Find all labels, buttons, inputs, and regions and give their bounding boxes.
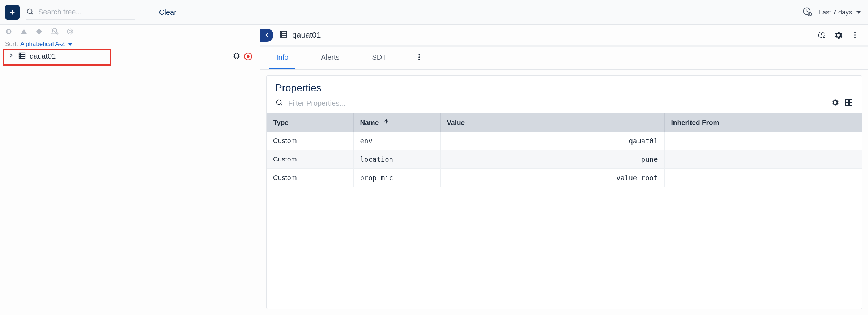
cell-value: qauat01 [440, 132, 664, 150]
col-header-inherited[interactable]: Inherited From [664, 113, 862, 132]
cell-type: Custom [267, 169, 353, 187]
svg-rect-4 [8, 30, 10, 33]
sort-asc-icon [383, 119, 390, 126]
cell-name: location [353, 150, 440, 169]
svg-point-31 [277, 100, 281, 105]
tree-sidebar: Sort: Alphabetical A-Z qauat01 [0, 25, 260, 315]
svg-rect-35 [849, 103, 852, 106]
svg-point-21 [281, 32, 282, 33]
chevron-right-icon[interactable] [8, 52, 14, 60]
svg-point-14 [20, 57, 21, 58]
more-vertical-icon[interactable] [851, 31, 859, 39]
cell-inherited [664, 132, 862, 150]
time-range-selector[interactable]: Last 7 days [819, 9, 861, 16]
sort-label: Sort: [5, 41, 18, 48]
properties-panel: Properties [266, 75, 862, 309]
cell-name: env [353, 132, 440, 150]
col-header-name[interactable]: Name [353, 113, 440, 132]
svg-point-12 [20, 53, 21, 54]
detail-title-text: qauat01 [292, 30, 321, 40]
svg-rect-33 [849, 99, 852, 102]
tab-row: Info Alerts SDT [260, 47, 868, 70]
resource-tree: qauat01 ? [0, 48, 260, 65]
add-time-icon[interactable] [817, 31, 826, 39]
tree-item-qauat01[interactable]: qauat01 ? [4, 49, 256, 63]
svg-point-27 [854, 37, 856, 38]
add-button[interactable] [5, 5, 20, 20]
detail-title: qauat01 [279, 30, 321, 41]
cell-type: Custom [267, 132, 353, 150]
svg-point-30 [419, 59, 420, 60]
cell-value: value_root [440, 169, 664, 187]
table-row[interactable]: Custom location pune [267, 150, 862, 169]
cell-inherited [664, 150, 862, 169]
group-icon [18, 51, 26, 61]
properties-table: Type Name Value Inherited From Custom [267, 113, 862, 187]
alert-badge-icon[interactable] [244, 52, 252, 60]
col-header-value[interactable]: Value [440, 113, 664, 132]
tab-alerts[interactable]: Alerts [314, 47, 346, 69]
back-button[interactable] [260, 29, 273, 42]
sort-dropdown[interactable]: Alphabetical A-Z [20, 41, 72, 48]
svg-text:?: ? [236, 54, 237, 57]
svg-rect-32 [846, 99, 848, 102]
group-icon [279, 30, 288, 41]
sort-row: Sort: Alphabetical A-Z [0, 38, 260, 48]
filter-sdt-icon[interactable] [5, 28, 12, 35]
svg-point-8 [69, 30, 72, 33]
svg-rect-5 [24, 31, 24, 33]
filter-diamond-icon[interactable] [35, 28, 43, 35]
svg-point-29 [419, 56, 420, 58]
properties-settings-icon[interactable] [831, 98, 839, 108]
clear-search-button[interactable]: Clear [159, 8, 176, 17]
caret-down-icon [856, 11, 861, 14]
tab-info[interactable]: Info [269, 47, 295, 69]
cell-type: Custom [267, 150, 353, 169]
svg-point-26 [854, 34, 856, 36]
col-header-name-label: Name [360, 119, 379, 126]
time-range-label: Last 7 days [819, 9, 852, 16]
properties-layout-icon[interactable] [844, 98, 853, 108]
cell-inherited [664, 169, 862, 187]
filter-warning-icon[interactable] [20, 28, 27, 35]
filter-bell-off-icon[interactable] [51, 28, 59, 35]
properties-title: Properties [267, 76, 862, 97]
search-tree-wrap [26, 5, 135, 20]
svg-point-23 [281, 36, 282, 37]
svg-point-13 [20, 55, 21, 56]
properties-filter-row [267, 97, 862, 113]
filter-icon-row [0, 25, 260, 38]
filter-target-icon[interactable] [67, 28, 74, 35]
svg-rect-6 [24, 33, 24, 33]
svg-point-0 [27, 9, 32, 13]
search-icon [275, 98, 283, 108]
detail-panel: qauat01 Info Alerts SDT [260, 25, 868, 315]
cell-value: pune [440, 150, 664, 169]
tabs-more-icon[interactable] [412, 53, 427, 63]
svg-point-25 [854, 32, 856, 33]
main-area: Sort: Alphabetical A-Z qauat01 [0, 25, 868, 315]
col-header-type[interactable]: Type [267, 113, 353, 132]
search-tree-input[interactable] [38, 8, 135, 16]
tab-sdt[interactable]: SDT [365, 47, 393, 69]
svg-point-7 [68, 29, 73, 34]
search-icon [26, 8, 34, 17]
svg-rect-34 [846, 103, 848, 106]
settings-gear-icon[interactable] [833, 30, 843, 40]
svg-point-28 [419, 54, 420, 56]
properties-filter-input[interactable] [288, 99, 433, 108]
top-toolbar: Clear Last 7 days [0, 0, 868, 25]
cell-name: prop_mic [353, 169, 440, 187]
svg-point-17 [247, 55, 250, 58]
detail-header: qauat01 [260, 25, 868, 47]
tree-item-label: qauat01 [30, 52, 56, 60]
chip-icon[interactable]: ? [233, 52, 241, 61]
sort-value: Alphabetical A-Z [20, 41, 65, 48]
svg-point-22 [281, 34, 282, 35]
table-row[interactable]: Custom prop_mic value_root [267, 169, 862, 187]
caret-down-icon [68, 43, 72, 46]
time-settings-icon[interactable] [802, 7, 812, 18]
table-row[interactable]: Custom env qauat01 [267, 132, 862, 150]
